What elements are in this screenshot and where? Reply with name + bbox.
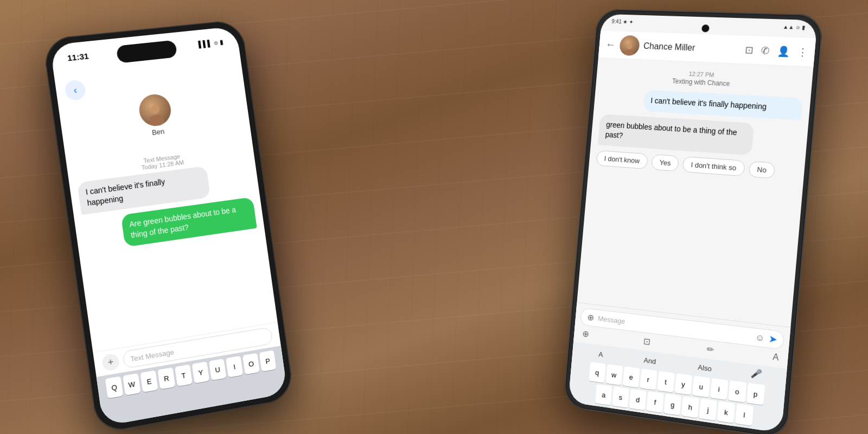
add-icon[interactable]: ⊕ xyxy=(582,328,590,339)
key-R[interactable]: R xyxy=(157,367,175,390)
key-W[interactable]: W xyxy=(123,373,141,395)
android-wifi: ⌾ xyxy=(796,24,800,30)
mic-icon[interactable]: 🎤 xyxy=(750,368,762,382)
text-format-icon[interactable]: A xyxy=(773,352,780,363)
android-received-bubble: green bubbles about to be a thing of the… xyxy=(598,114,755,156)
android-header-icons: ⊡ ✆ 👤 ⋮ xyxy=(744,44,808,59)
suggestion-2[interactable]: And xyxy=(639,353,661,368)
android-key-j[interactable]: j xyxy=(699,399,717,421)
android-messages-area: 12:27 PM Texting with Chance I can't bel… xyxy=(577,58,813,330)
android-key-d[interactable]: d xyxy=(629,389,647,411)
emoji-icon[interactable]: ☺ xyxy=(755,332,765,343)
add-attachment-button[interactable]: + xyxy=(101,353,120,372)
chevron-left-icon: ‹ xyxy=(73,84,78,96)
android-signal: ▲▲ xyxy=(783,24,795,30)
draw-icon[interactable]: ✏ xyxy=(706,344,714,355)
smart-replies-container: I don't know Yes I don't think so No xyxy=(596,150,797,180)
back-button[interactable]: ‹ xyxy=(64,79,87,101)
android-key-w[interactable]: w xyxy=(605,364,623,385)
phone-call-icon[interactable]: ✆ xyxy=(761,44,770,57)
android-key-k[interactable]: k xyxy=(717,401,736,423)
suggestion-3[interactable]: Also xyxy=(693,360,716,375)
android-status-left: 9:41 ★ ✦ xyxy=(611,18,634,25)
input-placeholder: Text Message xyxy=(130,348,174,363)
android-contact-name: Chance Miller xyxy=(643,41,741,55)
smart-reply-1[interactable]: I don't know xyxy=(596,150,648,169)
attach-icon[interactable]: ⊕ xyxy=(587,312,595,323)
android-key-backspace[interactable]: ⌫ xyxy=(733,426,752,433)
wifi-icon: ⌾ xyxy=(213,39,218,46)
android-key-r[interactable]: r xyxy=(640,369,657,391)
android-battery: ▮ xyxy=(802,24,806,30)
key-I[interactable]: I xyxy=(226,356,243,378)
android-key-q[interactable]: q xyxy=(589,362,605,383)
smart-reply-3[interactable]: I don't think so xyxy=(682,156,745,176)
android-time: 9:41 xyxy=(611,18,622,24)
punch-hole-camera xyxy=(701,24,710,32)
battery-icon: ▮ xyxy=(219,38,224,46)
contacts-icon[interactable]: 👤 xyxy=(777,45,790,58)
android-contact-avatar xyxy=(619,35,640,55)
android-key-t[interactable]: t xyxy=(657,371,674,393)
contact-avatar-image xyxy=(137,93,173,127)
iphone-time: 11:31 xyxy=(67,51,90,62)
contact-name: Ben xyxy=(151,127,165,137)
key-O[interactable]: O xyxy=(242,353,260,375)
android-key-u[interactable]: u xyxy=(692,375,710,397)
smart-reply-4[interactable]: No xyxy=(748,161,775,178)
android-key-g[interactable]: g xyxy=(663,394,681,416)
back-arrow-icon[interactable]: ← xyxy=(605,39,616,51)
key-T[interactable]: T xyxy=(175,365,193,386)
android-sent-bubble-1: I can't believe it's finally happening xyxy=(643,90,802,120)
android-key-f[interactable]: f xyxy=(646,391,663,413)
android-device: 9:41 ★ ✦ ▲▲ ⌾ ▮ ← Chance Miller xyxy=(563,9,824,434)
more-options-icon[interactable]: ⋮ xyxy=(797,46,808,58)
android-notifications: ★ ✦ xyxy=(623,19,634,25)
smart-reply-2[interactable]: Yes xyxy=(651,154,679,171)
key-U[interactable]: U xyxy=(209,359,226,380)
video-call-icon[interactable]: ⊡ xyxy=(744,44,754,56)
key-Q[interactable]: Q xyxy=(105,376,123,398)
send-icon[interactable]: ➤ xyxy=(769,334,777,345)
contact-avatar xyxy=(137,93,173,127)
android-key-o[interactable]: o xyxy=(728,380,746,403)
android-key-p[interactable]: p xyxy=(746,383,765,405)
android-key-s[interactable]: s xyxy=(612,386,629,407)
suggestion-1[interactable]: A xyxy=(594,348,608,361)
android-key-i[interactable]: i xyxy=(710,378,728,400)
android-status-right: ▲▲ ⌾ ▮ xyxy=(783,24,806,31)
android-key-e[interactable]: e xyxy=(622,366,640,387)
iphone-status-icons: ▌▌▌ ⌾ ▮ xyxy=(198,38,224,48)
signal-icon: ▌▌▌ xyxy=(198,39,213,48)
android-key-l[interactable]: l xyxy=(735,404,754,426)
dynamic-island xyxy=(116,40,178,63)
key-Y[interactable]: Y xyxy=(192,361,209,383)
key-E[interactable]: E xyxy=(140,371,158,393)
camera-icon[interactable]: ⊡ xyxy=(643,336,650,347)
android-key-a[interactable]: a xyxy=(595,384,612,405)
iphone-messages-area: Text Message Today 11:28 AM I can't beli… xyxy=(66,139,274,328)
android-screen: 9:41 ★ ✦ ▲▲ ⌾ ▮ ← Chance Miller xyxy=(568,14,818,433)
key-P[interactable]: P xyxy=(259,350,277,372)
android-key-h[interactable]: h xyxy=(681,396,699,418)
android-key-y[interactable]: y xyxy=(674,373,692,395)
